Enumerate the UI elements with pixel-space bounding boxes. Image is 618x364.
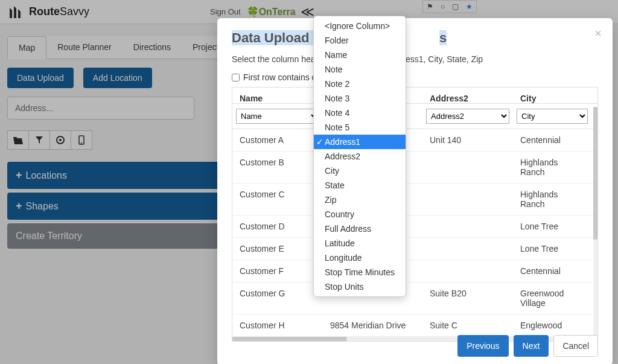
table-row: Customer G8000 E BelleviewSuite B20Green… bbox=[232, 283, 597, 315]
dropdown-item[interactable]: Stop Units bbox=[314, 279, 406, 294]
cell-city: Centennial bbox=[513, 129, 591, 151]
column-type-dropdown: <Ignore Column>FolderNameNoteNote 2Note … bbox=[313, 16, 406, 297]
cell-city: Centennial bbox=[513, 260, 591, 282]
modal-footer: Previous Next Cancel bbox=[457, 335, 598, 357]
cell-city: Greenwood Village bbox=[513, 283, 591, 314]
dropdown-item[interactable]: Note 3 bbox=[314, 91, 406, 106]
cell-name: Customer G bbox=[232, 283, 323, 314]
cell-addr2 bbox=[422, 238, 513, 260]
dropdown-item[interactable]: Address2 bbox=[314, 149, 406, 164]
dropdown-item[interactable]: Name bbox=[314, 48, 406, 62]
th-city: City bbox=[513, 88, 591, 103]
table-row: Customer AUnit 140Centennial bbox=[232, 129, 597, 152]
dropdown-item[interactable]: Folder bbox=[314, 33, 406, 48]
modal-title: Data Upload - Choos bbox=[232, 30, 598, 46]
table-row: Customer BHighlands Ranch bbox=[232, 152, 597, 184]
table-row: Customer FCentennial bbox=[232, 260, 597, 283]
cell-city: Lone Tree bbox=[513, 216, 591, 237]
col1-select[interactable]: Name bbox=[236, 109, 319, 124]
cell-name: Customer A bbox=[232, 129, 323, 151]
th-name: Name bbox=[232, 88, 323, 103]
close-icon[interactable]: × bbox=[594, 27, 602, 40]
cell-name: Customer F bbox=[232, 260, 323, 282]
cell-addr1: 9854 Meridian Drive bbox=[323, 315, 422, 336]
cell-addr2 bbox=[422, 260, 513, 282]
dropdown-item[interactable]: Note 5 bbox=[314, 120, 406, 135]
col3-select[interactable]: Address2 bbox=[426, 109, 509, 124]
next-button[interactable]: Next bbox=[514, 335, 549, 357]
cancel-button[interactable]: Cancel bbox=[553, 335, 598, 357]
cell-name: Customer D bbox=[232, 216, 323, 237]
dropdown-item[interactable]: <Ignore Column> bbox=[314, 19, 406, 33]
vertical-scrollbar[interactable] bbox=[593, 107, 597, 341]
cell-name: Customer E bbox=[232, 238, 323, 260]
cell-addr2 bbox=[422, 184, 513, 215]
dropdown-item[interactable]: Country bbox=[314, 207, 406, 222]
cell-name: Customer B bbox=[232, 152, 323, 183]
table-header: Name Address2 City bbox=[232, 88, 597, 104]
table-row: Customer H9854 Meridian DriveSuite CEngl… bbox=[232, 315, 597, 337]
dropdown-item[interactable]: Note 4 bbox=[314, 106, 406, 120]
dropdown-item[interactable]: State bbox=[314, 178, 406, 193]
dropdown-item[interactable]: Full Address bbox=[314, 222, 406, 236]
cell-name: Customer H bbox=[232, 315, 323, 336]
cell-addr2: Unit 140 bbox=[422, 129, 513, 151]
dropdown-item[interactable]: Latitude bbox=[314, 236, 406, 251]
col4-select[interactable]: City bbox=[517, 109, 588, 124]
dropdown-item[interactable]: Note bbox=[314, 62, 406, 77]
cell-addr2 bbox=[422, 152, 513, 183]
column-table: Name Address2 City Name Address2 City Cu… bbox=[232, 87, 598, 342]
cell-city: Highlands Ranch bbox=[513, 184, 591, 215]
cell-city: Lone Tree bbox=[513, 238, 591, 260]
cell-addr2: Suite C bbox=[422, 315, 513, 336]
th-address2: Address2 bbox=[422, 88, 513, 103]
cell-addr2: Suite B20 bbox=[422, 283, 513, 314]
cell-city: Highlands Ranch bbox=[513, 152, 591, 183]
select-row: Name Address2 City bbox=[232, 104, 597, 129]
dropdown-item[interactable]: Stop Time Minutes bbox=[314, 265, 406, 279]
modal-instruction: Select the column headers your data e.g.… bbox=[232, 54, 598, 64]
dropdown-item[interactable]: Longitude bbox=[314, 251, 406, 265]
dropdown-item[interactable]: Note 2 bbox=[314, 77, 406, 91]
dropdown-item[interactable]: Address1 bbox=[314, 135, 406, 149]
table-row: Customer CHighlands Ranch bbox=[232, 184, 597, 216]
data-upload-modal: × Data Upload - Choos Select the column … bbox=[217, 18, 613, 364]
dropdown-item[interactable]: City bbox=[314, 164, 406, 178]
table-row: Customer E.Lone Tree bbox=[232, 238, 597, 260]
first-row-checkbox[interactable] bbox=[232, 74, 240, 81]
table-row: Customer DLone Tree bbox=[232, 216, 597, 238]
cell-name: Customer C bbox=[232, 184, 323, 215]
first-row-checkbox-row: First row contains colu bbox=[232, 72, 598, 82]
cell-city: Englewood bbox=[513, 315, 591, 336]
previous-button[interactable]: Previous bbox=[457, 335, 508, 357]
cell-addr2 bbox=[422, 216, 513, 237]
dropdown-item[interactable]: Zip bbox=[314, 193, 406, 207]
